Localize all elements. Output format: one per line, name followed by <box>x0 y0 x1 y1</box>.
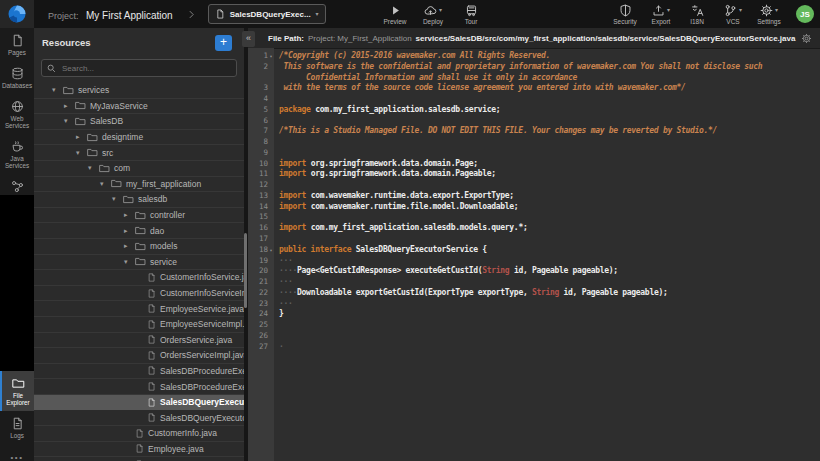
file-icon <box>147 382 156 391</box>
chevron-right-icon: ▸ <box>124 242 135 250</box>
topbar-action-settings[interactable]: ▾ Settings <box>756 4 782 25</box>
user-avatar[interactable]: JS <box>796 5 814 23</box>
chevron-right-icon: ▸ <box>124 227 135 235</box>
tree-scrollbar-thumb[interactable] <box>244 233 247 308</box>
file-icon <box>147 398 156 407</box>
topbar-action-deploy[interactable]: ▾ Deploy <box>420 4 446 25</box>
more-icon[interactable]: ••• <box>0 453 34 461</box>
left-rail: Pages Databases Web Services Java Servic… <box>0 28 34 461</box>
code-line: 10 import org.springframework.data.domai… <box>248 159 820 170</box>
line-number: 2 <box>248 62 274 73</box>
tree-item-employee-java[interactable]: Employee.java <box>34 442 244 458</box>
tree-item-customerinfoservice-java[interactable]: CustomerInfoService.java <box>34 270 244 286</box>
tree-item-com[interactable]: ▾ com <box>34 161 244 177</box>
rail-item-databases[interactable]: Databases <box>0 61 34 94</box>
tree-item-customerinfoserviceimpl-java[interactable]: CustomerInfoServiceImpl.java <box>34 286 244 302</box>
tree-item-salesdb[interactable]: ▾ salesdb <box>34 192 244 208</box>
tree-item-service[interactable]: ▾ service <box>34 255 244 271</box>
project-label: Project: <box>48 11 79 21</box>
tree-item-ordersserviceimpl-java[interactable]: OrdersServiceImpl.java <box>34 348 244 364</box>
bus-icon <box>465 4 478 17</box>
chevron-right-icon: ▸ <box>64 102 75 110</box>
file-icon <box>147 366 156 375</box>
tree-item-src[interactable]: ▾ src <box>34 145 244 161</box>
database-icon <box>11 67 24 80</box>
chevron-right-icon: ▸ <box>76 133 87 141</box>
tree-item-controller[interactable]: ▸ controller <box>34 208 244 224</box>
wavemaker-logo[interactable] <box>0 0 34 28</box>
code-line: 14 import com.wavemaker.runtime.file.mod… <box>248 202 820 213</box>
line-number: 6 <box>248 116 274 127</box>
tree-item-salesdb[interactable]: ▾ SalesDB <box>34 114 244 130</box>
coffee-icon <box>11 140 24 153</box>
rail-item-pages[interactable]: Pages <box>0 28 34 61</box>
topbar-action-security[interactable]: Security <box>612 4 638 25</box>
code-line: 11 import org.springframework.data.domai… <box>248 169 820 180</box>
tree-item-orders-java[interactable]: Orders.java <box>34 457 244 461</box>
line-number: 7 <box>248 126 274 137</box>
tree-item-my-first-application[interactable]: ▾ my_first_application <box>34 177 244 193</box>
project-breadcrumb: Project: My First Application <box>48 5 173 23</box>
tree-item-models[interactable]: ▸ models <box>34 239 244 255</box>
editor-area: File Path: Project: My_First_Application… <box>248 28 820 461</box>
code-line: 12 <box>248 180 820 191</box>
fold-marker[interactable]: ▾ <box>269 53 272 59</box>
tree-item-salesdbqueryexecutorserviceimpl-java[interactable]: SalesDBQueryExecutorServiceImpl.java <box>34 410 244 426</box>
project-name: My First Application <box>86 10 173 21</box>
tree-item-salesdbqueryexecutorservice-java[interactable]: SalesDBQueryExecutorService.java <box>34 395 244 411</box>
tree-item-services[interactable]: ▾ services <box>34 83 244 99</box>
folder-icon <box>87 147 98 158</box>
rail-spacer <box>0 195 34 371</box>
line-number: 9 <box>248 148 274 159</box>
rail-item-logs[interactable]: Logs <box>0 411 34 444</box>
chevron-right-icon: ▸ <box>124 211 135 219</box>
cloud-upload-icon <box>424 4 437 17</box>
code-line: 8 <box>248 137 820 148</box>
code-editor[interactable]: 1▾ /*Copyright (c) 2015-2016 wavemaker.c… <box>248 48 820 461</box>
tree-item-customerinfo-java[interactable]: CustomerInfo.java <box>34 426 244 442</box>
code-line: 25 <box>248 320 820 331</box>
tree-item-designtime[interactable]: ▸ designtime <box>34 130 244 146</box>
file-icon <box>135 444 144 453</box>
collapse-panel-button[interactable]: « <box>242 31 255 47</box>
code-line: Confidential Information and shall use i… <box>248 73 820 84</box>
chevron-down-icon: ▾ <box>439 7 442 13</box>
file-path-project: Project: My_First_Application <box>308 34 412 43</box>
file-icon <box>147 320 156 329</box>
code-line: 27 · <box>248 342 820 353</box>
tree-item-employeeservice-java[interactable]: EmployeeService.java <box>34 301 244 317</box>
code-line: 22 ····Downloadable exportGetCustId(Expo… <box>248 288 820 299</box>
line-number: 22 <box>248 288 274 299</box>
folder-icon <box>75 116 86 127</box>
search-input[interactable] <box>60 63 231 74</box>
file-path-value: services/SalesDB/src/com/my_first_applic… <box>416 34 796 43</box>
line-number: 24 <box>248 309 274 320</box>
topbar-action-i18n[interactable]: I18N <box>684 4 710 25</box>
file-icon <box>147 351 156 360</box>
topbar-action-preview[interactable]: Preview <box>382 4 408 25</box>
topbar-action-tour[interactable]: Tour <box>458 4 484 25</box>
tree-item-employeeserviceimpl-java[interactable]: EmployeeServiceImpl.java <box>34 317 244 333</box>
file-selector-dropdown[interactable]: SalesDBQueryExec... ▾ <box>208 4 326 24</box>
rail-item-java-services[interactable]: Java Services <box>0 134 34 174</box>
topbar-action-export[interactable]: ▾ Export <box>648 4 674 25</box>
file-icon <box>215 8 225 20</box>
topbar-action-vcs[interactable]: ▾ VCS <box>720 4 746 25</box>
fold-marker[interactable]: ▾ <box>269 247 272 253</box>
tree-item-salesdbprocedureexecutorserviceimpl-java[interactable]: SalesDBProcedureExecutorServiceImpl.java <box>34 379 244 395</box>
rail-item-web-services[interactable]: Web Services <box>0 94 34 134</box>
rail-item-file-explorer[interactable]: File Explorer <box>0 371 34 411</box>
add-resource-button[interactable]: + <box>215 35 232 51</box>
code-line: 20 ····Page<GetCustIdResponse> executeGe… <box>248 266 820 277</box>
file-path-label: File Path: <box>268 34 304 43</box>
wavemaker-studio: Project: My First Application SalesDBQue… <box>0 0 820 461</box>
code-line: 18▾ public interface SalesDBQueryExecuto… <box>248 245 820 256</box>
topbar-right-actions: Security ▾ Export I18N ▾ VCS ▾ SettingsJ… <box>612 0 814 28</box>
tree-item-dao[interactable]: ▸ dao <box>34 223 244 239</box>
tree-item-salesdbprocedureexecutorservice-java[interactable]: SalesDBProcedureExecutorService.java <box>34 364 244 380</box>
gear-icon[interactable] <box>801 33 812 44</box>
tree-item-myjavaservice[interactable]: ▸ MyJavaService <box>34 99 244 115</box>
code-line: 19 ··· <box>248 256 820 267</box>
line-number: 16 <box>248 223 274 234</box>
tree-item-ordersservice-java[interactable]: OrdersService.java <box>34 333 244 349</box>
